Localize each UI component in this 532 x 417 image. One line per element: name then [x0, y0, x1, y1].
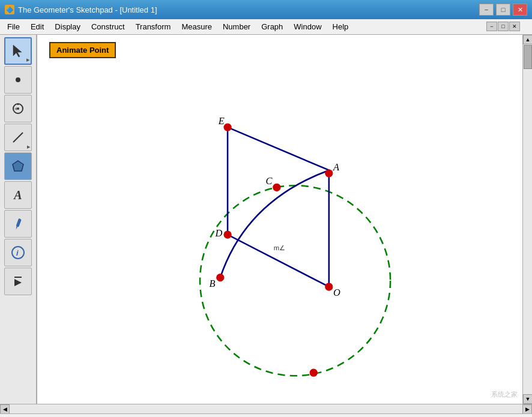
- label-E: E: [218, 115, 225, 127]
- scrollbar-right[interactable]: ▲ ▼: [522, 35, 532, 404]
- label-C: C: [265, 175, 273, 187]
- svg-text:+: +: [14, 106, 18, 112]
- canvas-area[interactable]: Animate Point E A C D B: [37, 35, 522, 404]
- straightedge-tool[interactable]: ▶: [4, 124, 32, 151]
- menu-bar: File Edit Display Construct Transform Me…: [0, 19, 532, 35]
- compass-tool[interactable]: +: [4, 95, 32, 122]
- scroll-track-bottom[interactable]: [10, 404, 522, 413]
- menu-measure[interactable]: Measure: [177, 20, 217, 33]
- quadrilateral: [228, 127, 329, 287]
- point-tool[interactable]: [4, 66, 32, 94]
- point-A[interactable]: [325, 170, 333, 177]
- menu-window[interactable]: Window: [289, 20, 326, 33]
- select-tool-indicator: ▶: [26, 58, 29, 62]
- svg-marker-12: [14, 279, 22, 286]
- mdi-close[interactable]: ✕: [509, 22, 520, 31]
- select-tool[interactable]: ▶: [4, 37, 32, 65]
- label-O: O: [333, 287, 340, 298]
- label-A: A: [333, 161, 340, 173]
- mdi-minimize[interactable]: −: [486, 22, 497, 31]
- point-E[interactable]: [224, 124, 231, 131]
- svg-marker-0: [13, 45, 22, 57]
- info-tool[interactable]: i: [4, 239, 32, 266]
- svg-rect-8: [16, 218, 21, 227]
- dashed-circle: [200, 185, 390, 376]
- scroll-down-button[interactable]: ▼: [523, 394, 532, 404]
- label-D: D: [215, 227, 223, 239]
- menu-number[interactable]: Number: [218, 20, 255, 33]
- point-O[interactable]: [325, 283, 333, 290]
- app-icon: 🔷: [5, 5, 14, 14]
- scroll-right-button[interactable]: ▶: [522, 404, 532, 414]
- scroll-up-button[interactable]: ▲: [523, 35, 532, 44]
- menu-display[interactable]: Display: [50, 20, 85, 33]
- measure-text: m∠: [274, 244, 285, 251]
- minimize-button[interactable]: −: [479, 4, 494, 16]
- more-tools[interactable]: [4, 268, 32, 295]
- status-bar: Click to begin scrolling the window: [0, 413, 532, 417]
- point-B[interactable]: [217, 274, 224, 281]
- mdi-restore[interactable]: □: [498, 22, 509, 31]
- title-bar: 🔷 The Geometer's Sketchpad - [Untitled 1…: [0, 0, 532, 19]
- point-bottom[interactable]: [310, 369, 317, 376]
- text-tool[interactable]: A: [4, 181, 32, 209]
- point-D[interactable]: [224, 231, 231, 238]
- scroll-track-right[interactable]: [523, 44, 532, 394]
- menu-transform[interactable]: Transform: [131, 20, 176, 33]
- title-text: The Geometer's Sketchpad - [Untitled 1]: [18, 5, 157, 14]
- menu-file[interactable]: File: [2, 20, 25, 33]
- label-B: B: [209, 278, 215, 289]
- polygon-tool[interactable]: [4, 152, 32, 180]
- bottom-scrollbar[interactable]: ◀ ▶: [0, 404, 532, 413]
- svg-point-1: [16, 77, 20, 82]
- scroll-thumb-right[interactable]: [524, 45, 532, 69]
- svg-marker-9: [16, 226, 18, 229]
- scroll-left-button[interactable]: ◀: [0, 404, 10, 414]
- svg-line-6: [13, 133, 23, 142]
- point-C[interactable]: [273, 184, 280, 191]
- straightedge-indicator: ▶: [27, 145, 30, 149]
- svg-text:i: i: [16, 248, 19, 257]
- marker-tool[interactable]: [4, 210, 32, 238]
- svg-marker-7: [13, 161, 23, 171]
- toolbar: ▶ + ▶ A: [0, 35, 37, 404]
- geometry-canvas: E A C D B O m∠: [37, 35, 522, 404]
- watermark: 系统之家: [491, 390, 518, 399]
- menu-edit[interactable]: Edit: [26, 20, 49, 33]
- animate-button[interactable]: Animate Point: [49, 42, 116, 58]
- maximize-button[interactable]: □: [496, 4, 510, 16]
- main-area: ▶ + ▶ A: [0, 35, 532, 404]
- menu-help[interactable]: Help: [328, 20, 354, 33]
- menu-construct[interactable]: Construct: [86, 20, 130, 33]
- close-button[interactable]: ✕: [513, 4, 527, 16]
- menu-graph[interactable]: Graph: [256, 20, 288, 33]
